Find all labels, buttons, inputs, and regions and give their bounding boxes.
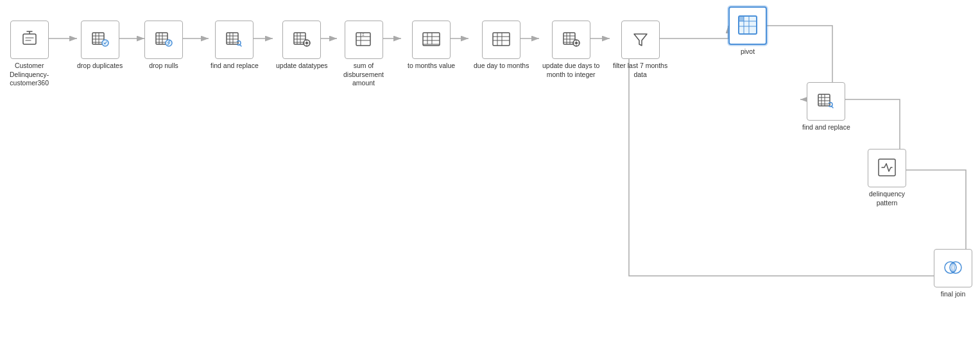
node-icon-find-replace xyxy=(223,28,246,52)
node-icon-table-grid xyxy=(490,28,513,52)
node-icon-join xyxy=(941,256,965,280)
node-icon-filter xyxy=(629,28,652,52)
node-icon-table-edit xyxy=(89,28,112,52)
node-label-n9: update due days to month to integer xyxy=(542,62,599,79)
svg-point-5 xyxy=(166,40,172,46)
node-n13[interactable]: delinquency pattern xyxy=(868,149,906,207)
node-n6[interactable]: Σ sum of disbursement amount xyxy=(343,21,384,88)
svg-rect-13 xyxy=(493,33,510,46)
node-n3[interactable]: drop nulls xyxy=(144,21,183,71)
svg-rect-20 xyxy=(879,159,895,176)
node-icon-input xyxy=(18,28,41,52)
node-box-n6[interactable]: Σ xyxy=(345,21,383,59)
node-n9[interactable]: update due days to month to integer xyxy=(542,21,599,79)
node-box-n11[interactable] xyxy=(728,6,767,45)
svg-point-16 xyxy=(575,42,578,44)
node-label-n8: due day to months xyxy=(474,62,529,71)
node-label-n2: drop duplicates xyxy=(77,62,123,71)
node-box-n10[interactable] xyxy=(621,21,660,59)
node-label-n14: final join xyxy=(941,290,966,299)
node-icon-find-replace2 xyxy=(814,89,838,114)
node-icon-table-settings2 xyxy=(560,28,583,52)
node-box-n9[interactable] xyxy=(552,21,590,59)
node-label-n4: find and replace xyxy=(211,62,259,71)
svg-rect-18 xyxy=(739,16,744,21)
node-n10[interactable]: filter last 7 months data xyxy=(613,21,667,79)
svg-rect-12 xyxy=(423,33,440,46)
node-label-n5: update datatypes xyxy=(276,62,328,71)
node-box-n13[interactable] xyxy=(868,149,906,187)
node-icon-table-settings xyxy=(290,28,313,52)
node-n5[interactable]: update datatypes xyxy=(276,21,328,71)
node-icon-table-col xyxy=(420,28,443,52)
node-box-n4[interactable] xyxy=(215,21,254,59)
svg-rect-1 xyxy=(23,34,36,44)
node-n4[interactable]: find and replace xyxy=(211,21,259,71)
node-box-n3[interactable] xyxy=(144,21,183,59)
node-n14[interactable]: final join xyxy=(934,249,972,299)
node-icon-delinquency xyxy=(875,156,898,180)
node-icon-sum: Σ xyxy=(352,28,375,52)
node-n11[interactable]: pivot xyxy=(728,6,767,56)
node-box-n8[interactable] xyxy=(482,21,520,59)
node-label-n3: drop nulls xyxy=(149,62,178,71)
node-box-n1[interactable] xyxy=(10,21,49,59)
node-label-n11: pivot xyxy=(741,47,755,56)
pipeline-canvas[interactable]: Customer Delinquency- customer360 drop d… xyxy=(0,0,980,358)
node-n7[interactable]: to months value xyxy=(408,21,455,71)
node-label-n12: find and replace xyxy=(802,123,850,132)
node-label-n10: filter last 7 months data xyxy=(613,62,667,79)
node-box-n5[interactable] xyxy=(282,21,321,59)
node-box-n12[interactable] xyxy=(807,82,845,121)
node-icon-pivot xyxy=(736,13,759,38)
node-box-n7[interactable] xyxy=(412,21,451,59)
node-label-n13: delinquency pattern xyxy=(869,190,905,207)
node-box-n2[interactable] xyxy=(81,21,119,59)
node-label-n7: to months value xyxy=(408,62,455,71)
node-box-n14[interactable] xyxy=(934,249,972,287)
node-n2[interactable]: drop duplicates xyxy=(77,21,123,71)
svg-point-9 xyxy=(305,42,308,44)
node-label-n6: sum of disbursement amount xyxy=(343,62,384,88)
node-n1[interactable]: Customer Delinquency- customer360 xyxy=(10,21,49,88)
svg-text:Σ: Σ xyxy=(362,33,364,37)
node-n12[interactable]: find and replace xyxy=(802,82,850,132)
node-label-n1: Customer Delinquency- customer360 xyxy=(10,62,49,88)
node-n8[interactable]: due day to months xyxy=(474,21,529,71)
node-icon-table-edit2 xyxy=(152,28,175,52)
